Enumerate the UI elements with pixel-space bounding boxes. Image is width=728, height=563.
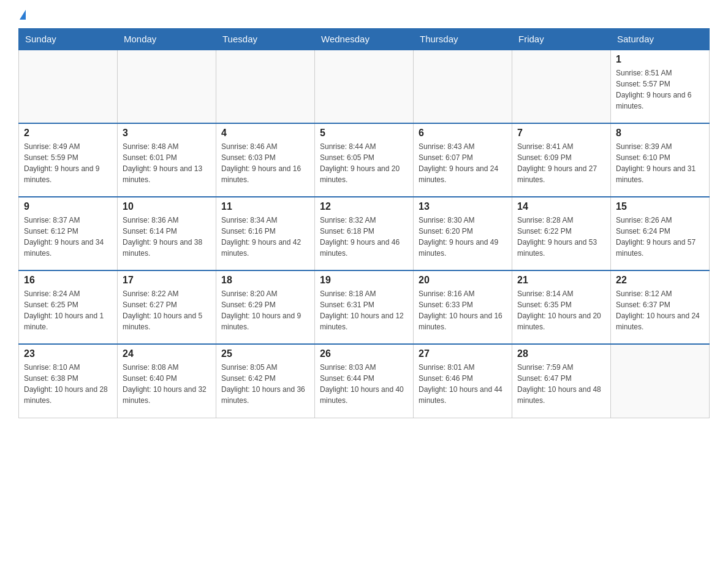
week-row-3: 9Sunrise: 8:37 AMSunset: 6:12 PMDaylight…: [19, 197, 710, 270]
day-number: 10: [123, 201, 211, 212]
day-info: Sunrise: 8:37 AMSunset: 6:12 PMDaylight:…: [24, 215, 112, 259]
day-info: Sunrise: 8:34 AMSunset: 6:16 PMDaylight:…: [221, 215, 309, 259]
calendar-cell: [512, 50, 611, 123]
day-number: 21: [517, 275, 605, 286]
calendar-cell: [414, 50, 512, 123]
calendar-cell: [216, 50, 315, 123]
day-number: 28: [517, 348, 605, 359]
calendar-cell: [118, 50, 216, 123]
calendar-cell: 1Sunrise: 8:51 AMSunset: 5:57 PMDaylight…: [611, 50, 710, 123]
day-info: Sunrise: 8:01 AMSunset: 6:46 PMDaylight:…: [419, 362, 507, 406]
week-row-2: 2Sunrise: 8:49 AMSunset: 5:59 PMDaylight…: [19, 123, 710, 197]
day-info: Sunrise: 8:24 AMSunset: 6:25 PMDaylight:…: [24, 288, 112, 332]
day-number: 13: [419, 201, 507, 212]
calendar-cell: 4Sunrise: 8:46 AMSunset: 6:03 PMDaylight…: [216, 123, 315, 197]
day-number: 14: [517, 201, 605, 212]
weekday-header-row: SundayMondayTuesdayWednesdayThursdayFrid…: [19, 29, 710, 50]
day-number: 2: [24, 128, 112, 139]
calendar-cell: [611, 344, 710, 418]
week-row-1: 1Sunrise: 8:51 AMSunset: 5:57 PMDaylight…: [19, 50, 710, 123]
calendar-cell: 23Sunrise: 8:10 AMSunset: 6:38 PMDayligh…: [19, 344, 118, 418]
page-header: [18, 12, 710, 22]
day-info: Sunrise: 8:12 AMSunset: 6:37 PMDaylight:…: [616, 288, 704, 332]
day-number: 27: [419, 348, 507, 359]
calendar-cell: 17Sunrise: 8:22 AMSunset: 6:27 PMDayligh…: [118, 270, 216, 344]
day-info: Sunrise: 8:36 AMSunset: 6:14 PMDaylight:…: [123, 215, 211, 259]
day-number: 1: [616, 54, 704, 65]
day-number: 24: [123, 348, 211, 359]
week-row-4: 16Sunrise: 8:24 AMSunset: 6:25 PMDayligh…: [19, 270, 710, 344]
day-info: Sunrise: 8:51 AMSunset: 5:57 PMDaylight:…: [616, 67, 704, 112]
day-number: 9: [24, 201, 112, 212]
calendar-cell: 27Sunrise: 8:01 AMSunset: 6:46 PMDayligh…: [414, 344, 512, 418]
day-info: Sunrise: 8:48 AMSunset: 6:01 PMDaylight:…: [123, 141, 211, 185]
day-info: Sunrise: 8:16 AMSunset: 6:33 PMDaylight:…: [419, 288, 507, 332]
calendar-cell: [315, 50, 414, 123]
day-info: Sunrise: 8:43 AMSunset: 6:07 PMDaylight:…: [419, 141, 507, 185]
day-info: Sunrise: 8:18 AMSunset: 6:31 PMDaylight:…: [320, 288, 408, 332]
calendar-cell: 6Sunrise: 8:43 AMSunset: 6:07 PMDaylight…: [414, 123, 512, 197]
day-info: Sunrise: 8:08 AMSunset: 6:40 PMDaylight:…: [123, 362, 211, 406]
calendar-cell: 24Sunrise: 8:08 AMSunset: 6:40 PMDayligh…: [118, 344, 216, 418]
calendar-cell: 2Sunrise: 8:49 AMSunset: 5:59 PMDaylight…: [19, 123, 118, 197]
day-info: Sunrise: 8:41 AMSunset: 6:09 PMDaylight:…: [517, 141, 605, 185]
logo: [18, 12, 26, 22]
day-info: Sunrise: 8:05 AMSunset: 6:42 PMDaylight:…: [221, 362, 309, 406]
day-number: 26: [320, 348, 408, 359]
day-info: Sunrise: 8:26 AMSunset: 6:24 PMDaylight:…: [616, 215, 704, 259]
day-number: 8: [616, 128, 704, 139]
day-number: 7: [517, 128, 605, 139]
day-number: 5: [320, 128, 408, 139]
weekday-header-tuesday: Tuesday: [216, 29, 315, 50]
calendar-cell: 18Sunrise: 8:20 AMSunset: 6:29 PMDayligh…: [216, 270, 315, 344]
day-number: 19: [320, 275, 408, 286]
logo-triangle-icon: [20, 10, 26, 20]
calendar-cell: 9Sunrise: 8:37 AMSunset: 6:12 PMDaylight…: [19, 197, 118, 270]
calendar-cell: [19, 50, 118, 123]
calendar-cell: 22Sunrise: 8:12 AMSunset: 6:37 PMDayligh…: [611, 270, 710, 344]
day-number: 11: [221, 201, 309, 212]
day-number: 20: [419, 275, 507, 286]
weekday-header-wednesday: Wednesday: [315, 29, 414, 50]
calendar-cell: 12Sunrise: 8:32 AMSunset: 6:18 PMDayligh…: [315, 197, 414, 270]
day-info: Sunrise: 8:14 AMSunset: 6:35 PMDaylight:…: [517, 288, 605, 332]
day-number: 3: [123, 128, 211, 139]
calendar-cell: 11Sunrise: 8:34 AMSunset: 6:16 PMDayligh…: [216, 197, 315, 270]
day-info: Sunrise: 7:59 AMSunset: 6:47 PMDaylight:…: [517, 362, 605, 406]
day-info: Sunrise: 8:28 AMSunset: 6:22 PMDaylight:…: [517, 215, 605, 259]
weekday-header-thursday: Thursday: [414, 29, 512, 50]
day-info: Sunrise: 8:30 AMSunset: 6:20 PMDaylight:…: [419, 215, 507, 259]
week-row-5: 23Sunrise: 8:10 AMSunset: 6:38 PMDayligh…: [19, 344, 710, 418]
calendar-cell: 10Sunrise: 8:36 AMSunset: 6:14 PMDayligh…: [118, 197, 216, 270]
weekday-header-sunday: Sunday: [19, 29, 118, 50]
day-number: 16: [24, 275, 112, 286]
day-number: 25: [221, 348, 309, 359]
day-number: 22: [616, 275, 704, 286]
weekday-header-saturday: Saturday: [611, 29, 710, 50]
calendar-cell: 13Sunrise: 8:30 AMSunset: 6:20 PMDayligh…: [414, 197, 512, 270]
calendar-cell: 7Sunrise: 8:41 AMSunset: 6:09 PMDaylight…: [512, 123, 611, 197]
day-number: 18: [221, 275, 309, 286]
day-info: Sunrise: 8:03 AMSunset: 6:44 PMDaylight:…: [320, 362, 408, 406]
calendar-cell: 25Sunrise: 8:05 AMSunset: 6:42 PMDayligh…: [216, 344, 315, 418]
calendar-cell: 21Sunrise: 8:14 AMSunset: 6:35 PMDayligh…: [512, 270, 611, 344]
calendar-cell: 19Sunrise: 8:18 AMSunset: 6:31 PMDayligh…: [315, 270, 414, 344]
calendar-cell: 20Sunrise: 8:16 AMSunset: 6:33 PMDayligh…: [414, 270, 512, 344]
calendar-cell: 14Sunrise: 8:28 AMSunset: 6:22 PMDayligh…: [512, 197, 611, 270]
day-info: Sunrise: 8:46 AMSunset: 6:03 PMDaylight:…: [221, 141, 309, 185]
calendar-cell: 15Sunrise: 8:26 AMSunset: 6:24 PMDayligh…: [611, 197, 710, 270]
calendar-cell: 26Sunrise: 8:03 AMSunset: 6:44 PMDayligh…: [315, 344, 414, 418]
day-number: 15: [616, 201, 704, 212]
day-info: Sunrise: 8:32 AMSunset: 6:18 PMDaylight:…: [320, 215, 408, 259]
day-info: Sunrise: 8:44 AMSunset: 6:05 PMDaylight:…: [320, 141, 408, 185]
day-number: 23: [24, 348, 112, 359]
day-number: 6: [419, 128, 507, 139]
calendar-table: SundayMondayTuesdayWednesdayThursdayFrid…: [18, 28, 710, 418]
calendar-cell: 3Sunrise: 8:48 AMSunset: 6:01 PMDaylight…: [118, 123, 216, 197]
calendar-cell: 8Sunrise: 8:39 AMSunset: 6:10 PMDaylight…: [611, 123, 710, 197]
day-info: Sunrise: 8:22 AMSunset: 6:27 PMDaylight:…: [123, 288, 211, 332]
day-info: Sunrise: 8:10 AMSunset: 6:38 PMDaylight:…: [24, 362, 112, 406]
day-number: 12: [320, 201, 408, 212]
calendar-cell: 16Sunrise: 8:24 AMSunset: 6:25 PMDayligh…: [19, 270, 118, 344]
day-info: Sunrise: 8:39 AMSunset: 6:10 PMDaylight:…: [616, 141, 704, 185]
